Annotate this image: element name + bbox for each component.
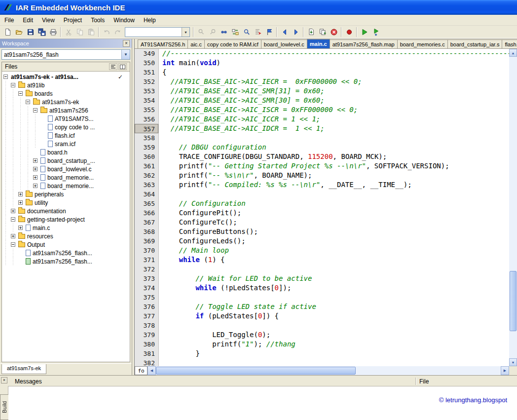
line-number[interactable]: 355 <box>135 105 158 115</box>
editor-tab-flash-icf[interactable]: flash.icf <box>502 39 517 48</box>
toggle-bookmark-button[interactable] <box>263 27 275 38</box>
tree-item[interactable]: +peripherals <box>2 190 130 198</box>
vertical-scrollbar[interactable]: ▲ ▼ <box>509 49 517 366</box>
sort-order-icon[interactable] <box>109 63 117 70</box>
expand-icon[interactable]: + <box>33 158 37 163</box>
menu-project[interactable]: Project <box>59 15 86 25</box>
code-line[interactable]: 376 // Toggle LED state if active <box>135 302 509 311</box>
tree-item[interactable]: +main.c <box>2 224 130 232</box>
collapse-icon[interactable]: − <box>18 91 23 96</box>
line-number[interactable]: 376 <box>135 302 158 311</box>
collapse-icon[interactable]: − <box>3 75 8 79</box>
scroll-right-icon[interactable]: ▶ <box>501 366 509 375</box>
go-to-function-box[interactable]: fo <box>135 366 148 375</box>
tree-item[interactable]: +board_memorie... <box>2 182 130 190</box>
line-number[interactable]: 377 <box>135 311 158 321</box>
compile-button[interactable] <box>305 27 317 38</box>
columns-icon[interactable] <box>118 63 127 70</box>
code-line[interactable]: 378 <box>135 321 509 330</box>
code-line[interactable]: 358 <box>135 133 509 143</box>
line-number[interactable]: 360 <box>135 152 158 161</box>
code-line[interactable]: 349//-----------------------------------… <box>135 49 509 58</box>
redo-button[interactable] <box>112 27 123 38</box>
code-line[interactable]: 373 // Wait for LED to be active <box>135 274 509 283</box>
code-line[interactable]: 355 //AT91C_BASE_AIC->AIC_ISCR = 0xFF000… <box>135 105 509 115</box>
line-number[interactable]: 356 <box>135 115 158 124</box>
editor-tab-board-lowlevel-c[interactable]: board_lowlevel.c <box>261 39 307 48</box>
code-line[interactable]: 360 TRACE_CONFIGURE(DBGU_STANDARD, 11520… <box>135 152 509 161</box>
line-number[interactable]: 368 <box>135 227 158 236</box>
scroll-up-icon[interactable]: ▲ <box>509 49 517 57</box>
code-line[interactable]: 351{ <box>135 68 509 77</box>
editor-tab-board-memories-c[interactable]: board_memories.c <box>397 39 448 48</box>
collapse-icon[interactable]: − <box>11 242 15 247</box>
tree-item[interactable]: at91sam7s256_flash... <box>2 249 130 257</box>
toggle-breakpoint-button[interactable] <box>343 27 355 38</box>
expand-icon[interactable]: + <box>11 234 15 238</box>
line-number[interactable]: 370 <box>135 246 158 255</box>
tree-item[interactable]: −at91sam7s-ek - at91sa...✓ <box>2 73 130 81</box>
configuration-selector[interactable]: at91sam7s256_flash ▼ <box>1 49 130 60</box>
expand-icon[interactable]: + <box>18 226 23 230</box>
line-number[interactable]: 362 <box>135 171 158 180</box>
menu-window[interactable]: Window <box>109 15 139 25</box>
code-line[interactable]: 350int main(void) <box>135 58 509 68</box>
horizontal-scroll-thumb[interactable] <box>156 367 356 375</box>
tree-item[interactable]: +utility <box>2 198 130 207</box>
download-and-debug-button[interactable] <box>370 27 381 38</box>
code-line[interactable]: 370 // Main loop <box>135 246 509 255</box>
tree-item[interactable]: +board_cstartup_... <box>2 156 130 165</box>
menu-file[interactable]: File <box>0 15 18 25</box>
line-number[interactable]: 353 <box>135 86 158 96</box>
line-number[interactable]: 365 <box>135 199 158 208</box>
vertical-scroll-thumb[interactable] <box>510 271 517 331</box>
expand-icon[interactable]: + <box>18 200 23 205</box>
code-line[interactable]: 352 //AT91C_BASE_AIC->AIC_IECR = 0xFF000… <box>135 77 509 86</box>
copy-button[interactable] <box>74 27 85 38</box>
expand-icon[interactable]: + <box>18 192 23 196</box>
stop-build-button[interactable] <box>328 27 339 38</box>
navigate-forward-button[interactable] <box>290 27 301 38</box>
workspace-titlebar[interactable]: Workspace × <box>0 39 132 48</box>
code-line[interactable]: 367 ConfigureTc(); <box>135 218 509 227</box>
code-line[interactable]: 364 <box>135 190 509 199</box>
expand-icon[interactable]: + <box>33 184 37 188</box>
horizontal-scrollbar[interactable]: fo ◀ ▶ <box>135 366 509 375</box>
line-number[interactable]: 361 <box>135 161 158 171</box>
line-number[interactable]: 371 <box>135 255 158 265</box>
code-line[interactable]: 371 while (1) { <box>135 255 509 265</box>
tree-item[interactable]: flash.icf <box>2 131 130 140</box>
tree-item[interactable]: −at91sam7s256 <box>2 106 130 115</box>
code-line[interactable]: 379 LED_Toggle(0); <box>135 330 509 340</box>
editor-tab-board-cstartup-iar-s[interactable]: board_cstartup_iar.s <box>447 39 503 48</box>
menu-view[interactable]: View <box>37 15 59 25</box>
chevron-down-icon[interactable]: ▼ <box>121 50 130 59</box>
code-line[interactable]: 359 // DBGU configuration <box>135 143 509 152</box>
paste-button[interactable] <box>85 27 97 38</box>
debug-without-downloading-button[interactable] <box>359 27 370 38</box>
line-number[interactable]: 381 <box>135 349 158 358</box>
expand-icon[interactable]: + <box>33 167 37 171</box>
code-line[interactable]: 362 printf("-- %s\n\r", BOARD_NAME); <box>135 171 509 180</box>
build-tab[interactable]: Build <box>0 394 8 420</box>
tree-item[interactable]: at91sam7s256_flash... <box>2 257 130 266</box>
code-line[interactable]: 366 ConfigurePit(); <box>135 208 509 218</box>
cut-button[interactable] <box>63 27 74 38</box>
scroll-down-icon[interactable]: ▼ <box>509 358 517 366</box>
tree-item[interactable]: −at91lib <box>2 81 130 89</box>
line-number[interactable]: 369 <box>135 236 158 246</box>
line-number[interactable]: 354 <box>135 96 158 105</box>
find-combo[interactable]: ▼ <box>125 27 190 37</box>
menu-tools[interactable]: Tools <box>86 15 109 25</box>
tree-item[interactable]: −boards <box>2 89 130 98</box>
tree-item[interactable]: +board_lowlevel.c <box>2 165 130 173</box>
line-number[interactable]: 374 <box>135 283 158 293</box>
go-to-line-button[interactable] <box>252 27 263 38</box>
line-number[interactable]: 366 <box>135 208 158 218</box>
line-number[interactable]: 367 <box>135 218 158 227</box>
open-file-button[interactable] <box>13 27 25 38</box>
line-number[interactable]: 375 <box>135 293 158 302</box>
new-document-button[interactable] <box>2 27 13 38</box>
line-number[interactable]: 358 <box>135 133 158 143</box>
collapse-icon[interactable]: − <box>11 217 15 222</box>
